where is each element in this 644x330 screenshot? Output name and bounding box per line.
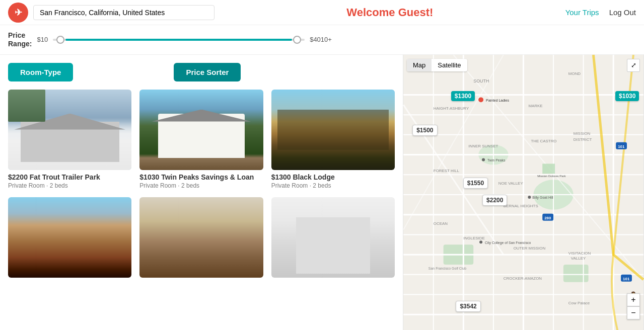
listing-card[interactable]: $2200 Fat Trout Trailer Park Private Roo…	[8, 90, 131, 189]
price-min: $10	[37, 36, 48, 43]
svg-text:Cow Palace: Cow Palace	[568, 301, 590, 305]
svg-text:CROCKER-AMAZON: CROCKER-AMAZON	[504, 276, 542, 280]
listing-title: $2200 Fat Trout Trailer Park	[8, 173, 131, 181]
svg-text:MOND: MOND	[568, 71, 581, 75]
svg-rect-52	[542, 163, 555, 174]
svg-point-50	[479, 240, 482, 243]
listing-card[interactable]	[8, 197, 131, 281]
svg-text:FOREST HILL: FOREST HILL	[434, 169, 460, 173]
svg-text:THE CASTRO: THE CASTRO	[531, 138, 556, 143]
listing-image	[8, 90, 131, 170]
zoom-in-button[interactable]: +	[627, 293, 640, 306]
svg-text:San Francisco Golf Club: San Francisco Golf Club	[428, 267, 466, 270]
svg-text:101: 101	[623, 276, 630, 281]
svg-text:City College of San Francisco: City College of San Francisco	[485, 241, 531, 245]
map-price-1550[interactable]: $1550	[463, 178, 488, 189]
map-price-1300[interactable]: $1300	[451, 91, 475, 101]
svg-text:101: 101	[618, 144, 625, 148]
svg-text:VISITACION: VISITACION	[568, 251, 591, 256]
nav-trips-link[interactable]: Your Trips	[565, 8, 599, 17]
svg-text:VALLEY: VALLEY	[571, 256, 586, 261]
listing-image	[271, 90, 395, 170]
svg-text:OCEAN: OCEAN	[434, 221, 448, 225]
map-price-1500[interactable]: $1500	[412, 125, 437, 136]
svg-point-54	[528, 196, 531, 199]
left-panel: Room-Type Price Sorter $2200 Fat Trout T…	[0, 55, 403, 330]
listing-sub: Private Room · 2 beds	[8, 182, 131, 189]
satellite-button[interactable]: Satellite	[432, 59, 467, 71]
svg-text:DISTRICT: DISTRICT	[574, 137, 592, 141]
welcome-text: Welcome Guest!	[346, 6, 433, 19]
svg-text:SOUTH: SOUTH	[473, 78, 489, 83]
logo: ✈	[8, 3, 28, 23]
map-zoom-controls: + −	[627, 293, 640, 319]
price-sorter-button[interactable]: Price Sorter	[174, 63, 241, 81]
listing-sub: Private Room · 2 beds	[139, 182, 263, 189]
price-range-label: Price Range:	[8, 31, 32, 48]
svg-text:OUTER MISSION: OUTER MISSION	[514, 246, 546, 251]
listing-card[interactable]: $1030 Twin Peaks Savings & Loan Private …	[139, 90, 263, 189]
listing-card[interactable]	[139, 197, 263, 281]
map-background: SOUTH MOND HAIGHT-ASHBURY MARKE INNER SU…	[403, 55, 644, 330]
map-controls: Map Satellite	[407, 59, 467, 71]
map-price-1030[interactable]: $1030	[615, 91, 639, 101]
listing-image	[271, 197, 395, 278]
svg-text:Billy Goat Hill: Billy Goat Hill	[532, 196, 553, 200]
svg-text:HAIGHT-ASHBURY: HAIGHT-ASHBURY	[434, 106, 469, 111]
listing-image	[139, 197, 263, 278]
svg-text:NOE VALLEY: NOE VALLEY	[498, 181, 524, 186]
listing-sub: Private Room · 2 beds	[271, 182, 395, 189]
listings-grid: $2200 Fat Trout Trailer Park Private Roo…	[8, 90, 395, 281]
svg-rect-4	[563, 265, 589, 282]
svg-text:INNER SUNSET: INNER SUNSET	[468, 143, 498, 148]
map-button[interactable]: Map	[407, 59, 432, 71]
svg-text:Twin Peaks: Twin Peaks	[487, 158, 506, 162]
svg-text:Painted Ladies: Painted Ladies	[486, 99, 509, 102]
map-panel: SOUTH MOND HAIGHT-ASHBURY MARKE INNER SU…	[403, 55, 644, 330]
svg-point-46	[478, 97, 483, 102]
slider-fill	[65, 39, 292, 41]
svg-text:280: 280	[544, 215, 551, 220]
listing-title: $1030 Twin Peaks Savings & Loan	[139, 173, 263, 181]
listing-card[interactable]	[271, 197, 395, 281]
header-center: Welcome Guest!	[214, 6, 565, 19]
svg-text:BERNAL HEIGHTS: BERNAL HEIGHTS	[504, 203, 538, 208]
room-type-button[interactable]: Room-Type	[8, 63, 73, 81]
svg-text:MISSION: MISSION	[574, 131, 591, 135]
price-range-slider[interactable]	[53, 35, 305, 45]
price-range-bar: Price Range: $10 $4010+	[0, 25, 644, 55]
listing-image	[8, 197, 131, 278]
svg-text:MARKE: MARKE	[528, 104, 542, 108]
slider-thumb-left[interactable]	[56, 36, 64, 44]
listing-title: $1300 Black Lodge	[271, 173, 395, 181]
nav-logout-link[interactable]: Log Out	[609, 8, 636, 17]
svg-point-48	[482, 158, 485, 161]
listing-card[interactable]: $1300 Black Lodge Private Room · 2 beds	[271, 90, 395, 189]
svg-text:Mission Dolores Park: Mission Dolores Park	[537, 175, 565, 178]
slider-thumb-right[interactable]	[293, 36, 301, 44]
map-price-2200[interactable]: $2200	[482, 195, 507, 206]
price-max: $4010+	[310, 36, 332, 43]
map-price-3542[interactable]: $3542	[456, 301, 480, 312]
header-nav: Your Trips Log Out	[565, 8, 636, 17]
search-input[interactable]	[33, 5, 214, 20]
svg-text:INGLESIDE: INGLESIDE	[463, 236, 484, 240]
map-fullscreen-button[interactable]: ⤢	[627, 59, 640, 72]
zoom-out-button[interactable]: −	[627, 306, 640, 319]
listing-image	[139, 90, 263, 170]
main: Room-Type Price Sorter $2200 Fat Trout T…	[0, 55, 644, 330]
filters-row: Room-Type Price Sorter	[8, 63, 395, 81]
header: ✈ Welcome Guest! Your Trips Log Out	[0, 0, 644, 25]
